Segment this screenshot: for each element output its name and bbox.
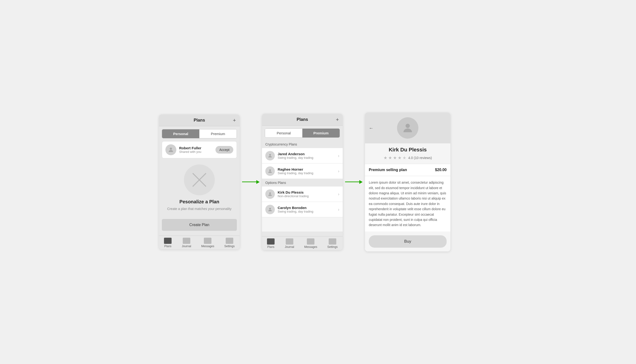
carolyn-person-icon	[268, 207, 273, 212]
screen1-phone: Plans + Personal Premium Robert Fuller S…	[159, 114, 240, 249]
star-5: ★	[402, 155, 406, 160]
back-button[interactable]: ←	[369, 125, 373, 131]
jared-sub: Swing trading, day trading	[278, 156, 335, 160]
raghee-avatar	[265, 166, 275, 176]
svg-point-4	[269, 170, 271, 171]
screen2-bottom-nav: Plans Journal Messages Settings	[262, 236, 343, 250]
carolyn-name: Carolyn Boroden	[278, 206, 335, 210]
nav-settings-1[interactable]: Settings	[224, 238, 235, 248]
plans-icon-2	[267, 238, 275, 244]
screen1-bottom-nav: Plans Journal Messages Settings	[159, 236, 240, 249]
placeholder-section: Pesonalize a Plan Create a plan that mat…	[159, 161, 240, 215]
messages-icon-1	[204, 238, 211, 244]
detail-person-icon	[401, 122, 414, 134]
share-sub: Shared with you	[179, 150, 213, 154]
placeholder-graphic	[184, 164, 215, 195]
screen2-header: Plans +	[262, 114, 343, 126]
screen2-personal-tab[interactable]: Personal	[265, 129, 302, 138]
x-graphic-icon	[190, 170, 209, 189]
detail-avatar	[397, 117, 418, 139]
screen1-personal-tab[interactable]: Personal	[162, 130, 199, 138]
rating-text: 4.0 (10 reviews)	[408, 156, 432, 160]
nav-messages-1[interactable]: Messages	[201, 238, 214, 248]
options-section: Options Plans Kirk Du Plessis Non-direci…	[262, 179, 343, 217]
screen2-segment: Personal Premium	[265, 128, 340, 138]
screen2-spacer	[262, 217, 343, 232]
raghee-name: Raghee Horner	[278, 167, 335, 171]
screen2-premium-tab[interactable]: Premium	[302, 129, 340, 138]
screen1-header: Plans +	[159, 114, 240, 126]
kirk-name: Kirk Du Plessis	[278, 190, 335, 194]
kirk-item[interactable]: Kirk Du Plessis Non-direcitonal trading …	[262, 186, 343, 202]
screen3-detail: ← Kirk Du Plessis ★ ★ ★ ★ ★ 4.0 (10 revi…	[365, 112, 451, 252]
screen2-phone: Plans + Personal Premium Cryptocurrency …	[262, 114, 343, 250]
personalize-section: Pesonalize a Plan Create a plan that mat…	[162, 195, 236, 215]
kirk-avatar	[265, 189, 275, 199]
detail-name: Kirk Du Plessis	[365, 143, 451, 155]
price-label: Premium selling plan	[369, 168, 407, 172]
nav-journal-label-2: Journal	[285, 245, 294, 248]
carolyn-sub: Swing trading, day trading	[278, 210, 335, 213]
jared-item[interactable]: Jared Anderson Swing trading, day tradin…	[262, 148, 343, 164]
kirk-person-icon	[268, 192, 273, 197]
carolyn-info: Carolyn Boroden Swing trading, day tradi…	[278, 206, 335, 213]
buy-button[interactable]: Buy	[369, 235, 447, 248]
jared-chevron: ›	[338, 153, 339, 158]
nav-plans-label-2: Plans	[267, 245, 274, 248]
nav-settings-label-1: Settings	[224, 244, 235, 248]
share-notification: Robert Fuller Shared with you Accept	[162, 141, 237, 158]
journal-icon-1	[183, 238, 190, 244]
jared-avatar	[265, 151, 275, 160]
star-1: ★	[383, 155, 387, 160]
detail-description: Lorem ipsum dolor sit amet, consectetur …	[365, 176, 451, 232]
nav-plans-1[interactable]: Plans	[164, 238, 172, 248]
nav-settings-2[interactable]: Settings	[327, 238, 337, 248]
settings-icon-1	[226, 238, 233, 244]
arrow-head-1	[256, 180, 260, 184]
nav-messages-2[interactable]: Messages	[304, 238, 317, 248]
carolyn-avatar	[265, 205, 275, 214]
create-plan-button[interactable]: Create Plan	[162, 219, 237, 231]
personalize-sub: Create a plan that matches your personal…	[167, 206, 232, 212]
raghee-person-icon	[268, 168, 273, 174]
person-icon	[167, 146, 174, 153]
plans-icon-1	[164, 238, 172, 244]
price-value: $20.00	[435, 168, 447, 172]
share-avatar	[165, 144, 176, 155]
detail-header: ←	[365, 112, 451, 143]
nav-journal-1[interactable]: Journal	[182, 238, 191, 248]
nav-plans-2[interactable]: Plans	[267, 238, 275, 248]
nav-plans-label-1: Plans	[164, 244, 171, 248]
star-4: ★	[398, 155, 401, 160]
green-arrow-2	[345, 180, 363, 184]
raghee-chevron: ›	[338, 169, 339, 174]
jared-person-icon	[268, 153, 273, 158]
crypto-label: Cryptocurrency Plans	[262, 140, 343, 148]
screen1-segment: Personal Premium	[162, 129, 237, 138]
rating-row: ★ ★ ★ ★ ★ 4.0 (10 reviews)	[365, 155, 451, 164]
price-row: Premium selling plan $20.00	[365, 164, 451, 176]
journal-icon-2	[286, 238, 293, 244]
messages-icon-2	[307, 238, 314, 244]
arrow-line-2	[345, 182, 359, 182]
nav-settings-label-2: Settings	[327, 245, 337, 248]
accept-button[interactable]: Accept	[216, 146, 233, 154]
canvas: Plans + Personal Premium Robert Fuller S…	[159, 112, 477, 252]
screen2-plus-btn[interactable]: +	[336, 116, 339, 123]
nav-messages-label-1: Messages	[201, 244, 214, 248]
screen1-premium-tab[interactable]: Premium	[199, 130, 237, 138]
settings-icon-2	[329, 238, 336, 244]
share-info: Robert Fuller Shared with you	[179, 146, 213, 154]
star-2: ★	[388, 155, 392, 160]
raghee-item[interactable]: Raghee Horner Swing trading, day trading…	[262, 164, 343, 179]
screen1-plus-btn[interactable]: +	[233, 117, 236, 124]
nav-journal-label-1: Journal	[182, 244, 191, 248]
arrow-line-1	[242, 182, 256, 182]
kirk-sub: Non-direcitonal trading	[278, 194, 335, 198]
nav-journal-2[interactable]: Journal	[285, 238, 294, 248]
carolyn-item[interactable]: Carolyn Boroden Swing trading, day tradi…	[262, 202, 343, 217]
nav-messages-label-2: Messages	[304, 245, 317, 248]
options-label: Options Plans	[262, 179, 343, 186]
kirk-info: Kirk Du Plessis Non-direcitonal trading	[278, 190, 335, 198]
kirk-chevron: ›	[338, 192, 339, 197]
